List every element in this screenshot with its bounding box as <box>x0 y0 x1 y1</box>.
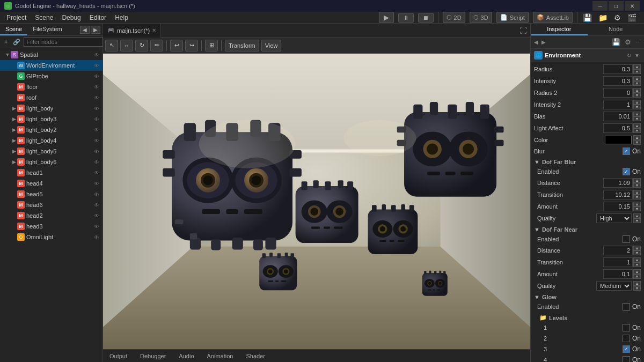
env-options-btn[interactable]: ↻ <box>626 51 632 60</box>
menu-project[interactable]: Project <box>2 13 31 23</box>
toggle-panel-right[interactable]: ▶ <box>91 26 100 34</box>
save-scene-btn[interactable]: 💾 <box>582 12 593 23</box>
radius2-input[interactable]: 0 <box>603 88 633 98</box>
dfa-up[interactable]: ▲ <box>633 202 641 206</box>
maximize-button[interactable]: □ <box>609 1 624 11</box>
tree-eye-roof[interactable]: 👁 <box>93 95 100 101</box>
dft-up[interactable]: ▲ <box>633 190 641 195</box>
tree-arrow-lb5[interactable]: ▶ <box>11 149 17 154</box>
tree-eye-gi[interactable]: 👁 <box>93 73 100 79</box>
node-search-input[interactable] <box>24 37 103 47</box>
toggle-panel-left[interactable]: ◀ <box>80 26 90 34</box>
rotate-tool-button[interactable]: ↻ <box>135 40 148 51</box>
dfa-input[interactable]: 0.15 <box>603 202 633 211</box>
intensity-up[interactable]: ▲ <box>633 76 641 81</box>
level-4-check[interactable] <box>623 356 630 362</box>
tree-arrow-lb3[interactable]: ▶ <box>11 116 17 122</box>
tree-arrow-lb2[interactable]: ▶ <box>11 127 17 132</box>
tree-eye-world-env[interactable]: 👁 <box>93 63 100 69</box>
radius-input[interactable]: 0.3 <box>603 64 633 74</box>
bias-input[interactable]: 0.01 <box>603 112 633 121</box>
select-tool-button[interactable]: ↖ <box>105 40 118 51</box>
dfa-down[interactable]: ▼ <box>633 206 641 211</box>
view-button[interactable]: View <box>261 40 282 51</box>
dnd-input[interactable]: 2 <box>603 246 633 255</box>
tree-item-lb5[interactable]: ▶ M light_body5 👁 <box>0 146 103 157</box>
menu-help[interactable]: Help <box>111 13 133 23</box>
dfd-down[interactable]: ▼ <box>633 183 641 188</box>
tab-audio[interactable]: Audio <box>177 352 196 360</box>
intensity2-input[interactable]: 1 <box>603 100 633 109</box>
la-up[interactable]: ▲ <box>633 123 641 128</box>
tree-item-lb3[interactable]: ▶ M light_body3 👁 <box>0 114 103 124</box>
menu-debug[interactable]: Debug <box>57 13 85 23</box>
tree-eye-lb3[interactable]: 👁 <box>93 116 100 122</box>
dnq-down[interactable]: ▼ <box>633 286 641 291</box>
tree-item-lb6[interactable]: ▶ M light_body6 👁 <box>0 157 103 167</box>
intensity2-down[interactable]: ▼ <box>633 105 641 109</box>
viewport[interactable] <box>103 54 530 349</box>
dft-down[interactable]: ▼ <box>633 195 641 200</box>
tree-item-head2[interactable]: ▶ M head2 👁 <box>0 210 103 221</box>
tree-eye-h6[interactable]: 👁 <box>93 202 100 208</box>
color-up[interactable]: ▲ <box>633 135 641 140</box>
blur-check[interactable]: ✓ <box>623 147 630 155</box>
tree-eye-h5[interactable]: 👁 <box>93 191 100 197</box>
tab-output[interactable]: Output <box>107 352 129 360</box>
assetlib-button[interactable]: 📦 AssetLib <box>533 12 573 23</box>
tab-inspector[interactable]: Inspector <box>531 24 588 35</box>
titlebar-controls[interactable]: ─ □ ✕ <box>592 1 640 11</box>
movie-btn[interactable]: 🎬 <box>626 12 638 23</box>
undo-button[interactable]: ↩ <box>170 40 183 51</box>
tree-item-floor[interactable]: ▶ M floor 👁 <box>0 82 103 92</box>
close-button[interactable]: ✕ <box>625 1 640 11</box>
dnq-select[interactable]: Low Medium High <box>596 281 632 291</box>
play-button[interactable]: ▶ <box>379 12 394 23</box>
tree-arrow-lb[interactable]: ▶ <box>11 106 17 111</box>
tree-eye-h2[interactable]: 👁 <box>93 213 100 219</box>
level-3-check[interactable]: ✓ <box>623 345 630 353</box>
tab-node[interactable]: Node <box>588 24 645 35</box>
insp-settings-btn[interactable]: ⚙ <box>624 37 632 47</box>
menu-scene[interactable]: Scene <box>31 13 57 23</box>
tree-arrow-spatial[interactable]: ▼ <box>4 52 11 57</box>
stop-button[interactable]: ⏹ <box>418 13 434 23</box>
tab-maijn[interactable]: 🎮 maijn.tscn(*) ✕ <box>103 24 161 38</box>
env-more-btn[interactable]: ▼ <box>633 51 641 60</box>
snap-button[interactable]: ⊞ <box>205 40 218 51</box>
tree-eye-lb4[interactable]: 👁 <box>93 138 100 144</box>
bias-up[interactable]: ▲ <box>633 112 641 116</box>
tree-eye-lb6[interactable]: 👁 <box>93 159 100 165</box>
radius2-up[interactable]: ▲ <box>633 88 641 93</box>
2d-button[interactable]: ⬡ 2D <box>443 12 465 23</box>
tree-item-head5[interactable]: ▶ M head5 👁 <box>0 189 103 200</box>
dnq-up[interactable]: ▲ <box>633 281 641 286</box>
tab-animation[interactable]: Animation <box>205 352 236 360</box>
tree-item-roof[interactable]: ▶ M roof 👁 <box>0 92 103 103</box>
radius-down[interactable]: ▼ <box>633 69 641 74</box>
insp-fwd-btn[interactable]: ▶ <box>540 38 547 46</box>
bias-down[interactable]: ▼ <box>633 116 641 121</box>
tree-item-lb4[interactable]: ▶ M light_body4 👁 <box>0 135 103 146</box>
tree-eye-floor[interactable]: 👁 <box>93 84 100 90</box>
settings-btn[interactable]: ⚙ <box>613 12 622 23</box>
tree-item-giprobe[interactable]: ▶ G GIProbe 👁 <box>0 71 103 82</box>
move-tool-button[interactable]: ↔ <box>120 40 133 51</box>
dnt-input[interactable]: 1 <box>603 257 633 267</box>
tree-item-head6[interactable]: ▶ M head6 👁 <box>0 200 103 210</box>
tree-eye-omni[interactable]: 👁 <box>93 234 100 240</box>
tree-item-head4[interactable]: ▶ M head4 👁 <box>0 178 103 189</box>
tree-eye-h3[interactable]: 👁 <box>93 224 100 230</box>
tree-eye-lb[interactable]: 👁 <box>93 106 100 112</box>
script-button[interactable]: 📄 Script <box>496 12 529 23</box>
radius2-down[interactable]: ▼ <box>633 93 641 98</box>
dnd-down[interactable]: ▼ <box>633 250 641 255</box>
tree-arrow-lb4[interactable]: ▶ <box>11 138 17 143</box>
dfe-check[interactable]: ✓ <box>623 168 630 175</box>
tree-eye[interactable]: 👁 <box>93 52 100 58</box>
transform-button[interactable]: Transform <box>225 40 259 51</box>
intensity2-up[interactable]: ▲ <box>633 100 641 105</box>
insp-save-btn[interactable]: 💾 <box>611 37 621 47</box>
la-input[interactable]: 0.5 <box>603 123 633 133</box>
tree-item-head3[interactable]: ▶ M head3 👁 <box>0 221 103 232</box>
